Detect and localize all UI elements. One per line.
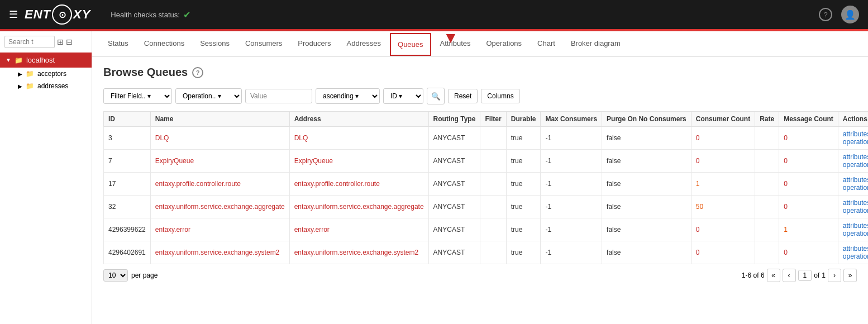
col-routing-type: Routing Type bbox=[428, 112, 480, 127]
operations-link[interactable]: operations bbox=[843, 252, 868, 260]
attributes-link[interactable]: attributes bbox=[843, 130, 868, 138]
operations-link[interactable]: operations bbox=[843, 184, 868, 192]
tab-operations[interactable]: Operations bbox=[480, 31, 529, 56]
queue-name-link[interactable]: entaxy.uniform.service.exchange.aggregat… bbox=[155, 203, 285, 211]
sidebar: ⊞ ⊟ ▼ 📁 localhost ▶ 📁 acceptors ▶ 📁 addr… bbox=[0, 31, 92, 324]
filter-operation-select[interactable]: Operation.. ▾ bbox=[175, 88, 242, 104]
health-check-icon: ✔ bbox=[183, 9, 190, 20]
tab-broker-diagram[interactable]: Broker diagram bbox=[564, 31, 627, 56]
localhost-arrow: ▼ bbox=[6, 57, 11, 63]
cell-purge: false bbox=[602, 173, 691, 196]
tab-status[interactable]: Status bbox=[101, 31, 135, 56]
queue-address-link[interactable]: DLQ bbox=[294, 134, 308, 142]
queue-name-link[interactable]: entaxy.error bbox=[155, 226, 190, 234]
attributes-link[interactable]: attributes bbox=[843, 199, 868, 207]
per-page-label: per page bbox=[131, 271, 158, 279]
search-input[interactable] bbox=[4, 36, 55, 48]
sidebar-item-label-addresses: addresses bbox=[37, 82, 68, 90]
cell-rate bbox=[755, 127, 779, 150]
attributes-link[interactable]: attributes bbox=[843, 153, 868, 161]
cell-rate bbox=[755, 173, 779, 196]
last-page-button[interactable]: » bbox=[843, 269, 857, 282]
tab-attributes[interactable]: Attributes bbox=[433, 31, 478, 56]
cell-message-count: 0 bbox=[779, 150, 838, 173]
table-row: 4296399622 entaxy.error entaxy.error ANY… bbox=[104, 218, 869, 241]
tab-consumers[interactable]: Consumers bbox=[239, 31, 289, 56]
tab-queues[interactable]: Queues bbox=[390, 33, 431, 56]
cell-purge: false bbox=[602, 241, 691, 264]
queue-address-link[interactable]: entaxy.profile.controller.route bbox=[294, 180, 380, 188]
help-icon[interactable]: ? bbox=[819, 8, 832, 21]
reset-button[interactable]: Reset bbox=[448, 89, 478, 103]
queue-address-link[interactable]: entaxy.uniform.service.exchange.system2 bbox=[294, 249, 419, 256]
col-rate: Rate bbox=[755, 112, 779, 127]
sort-col-select[interactable]: ID ▾ bbox=[383, 88, 423, 104]
cell-max-consumers: -1 bbox=[541, 218, 602, 241]
main-content: Status Connections Sessions Consumers Pr… bbox=[92, 31, 868, 324]
cell-actions: attributes operations bbox=[838, 127, 868, 150]
cell-purge: false bbox=[602, 127, 691, 150]
attributes-link[interactable]: attributes bbox=[843, 222, 868, 230]
columns-button[interactable]: Columns bbox=[481, 89, 519, 103]
tab-sessions[interactable]: Sessions bbox=[193, 31, 236, 56]
collapse-icon[interactable]: ⊟ bbox=[66, 37, 73, 46]
cell-filter bbox=[480, 218, 506, 241]
sidebar-item-acceptors[interactable]: ▶ 📁 acceptors bbox=[13, 68, 92, 80]
col-purge-on-no-consumers: Purge On No Consumers bbox=[602, 112, 691, 127]
queue-address-link[interactable]: entaxy.uniform.service.exchange.aggregat… bbox=[294, 203, 424, 211]
page-help-icon[interactable]: ? bbox=[192, 67, 203, 78]
table-row: 32 entaxy.uniform.service.exchange.aggre… bbox=[104, 196, 869, 218]
queue-address-link[interactable]: entaxy.error bbox=[294, 226, 330, 234]
pagination-left: 10 25 50 per page bbox=[103, 269, 158, 282]
col-address: Address bbox=[289, 112, 428, 127]
help-icon-text: ? bbox=[823, 11, 827, 19]
prev-page-button[interactable]: ‹ bbox=[783, 269, 796, 282]
col-consumer-count: Consumer Count bbox=[691, 112, 755, 127]
tab-connections[interactable]: Connections bbox=[137, 31, 191, 56]
queue-name-link[interactable]: ExpiryQueue bbox=[155, 157, 194, 165]
cell-routing-type: ANYCAST bbox=[428, 173, 480, 196]
tab-addresses[interactable]: Addresses bbox=[340, 31, 388, 56]
cell-routing-type: ANYCAST bbox=[428, 196, 480, 218]
filter-value-input[interactable] bbox=[245, 89, 312, 103]
operations-link[interactable]: operations bbox=[843, 138, 868, 146]
sidebar-item-localhost[interactable]: ▼ 📁 localhost bbox=[0, 53, 92, 68]
first-page-button[interactable]: « bbox=[767, 269, 780, 282]
operations-link[interactable]: operations bbox=[843, 161, 868, 169]
queue-name-link[interactable]: DLQ bbox=[155, 134, 169, 142]
cell-message-count: 0 bbox=[779, 173, 838, 196]
of-label: of bbox=[814, 271, 819, 279]
queue-name-link[interactable]: entaxy.uniform.service.exchange.system2 bbox=[155, 249, 280, 256]
cell-filter bbox=[480, 173, 506, 196]
cell-name: ExpiryQueue bbox=[150, 150, 289, 173]
operations-link[interactable]: operations bbox=[843, 207, 868, 215]
attributes-link[interactable]: attributes bbox=[843, 245, 868, 252]
cell-durable: true bbox=[506, 127, 541, 150]
sidebar-item-label-localhost: localhost bbox=[26, 56, 55, 64]
attributes-link[interactable]: attributes bbox=[843, 176, 868, 184]
sidebar-item-addresses[interactable]: ▶ 📁 addresses bbox=[13, 80, 92, 92]
cell-filter bbox=[480, 196, 506, 218]
cell-name: entaxy.uniform.service.exchange.aggregat… bbox=[150, 196, 289, 218]
cell-actions: attributes operations bbox=[838, 196, 868, 218]
sort-order-select[interactable]: ascending ▾ bbox=[316, 88, 380, 104]
queue-name-link[interactable]: entaxy.profile.controller.route bbox=[155, 180, 241, 188]
cell-actions: attributes operations bbox=[838, 218, 868, 241]
operations-link[interactable]: operations bbox=[843, 230, 868, 237]
tab-chart[interactable]: Chart bbox=[531, 31, 562, 56]
tab-producers[interactable]: Producers bbox=[291, 31, 337, 56]
page-content: Browse Queues ? Filter Field.. ▾ Operati… bbox=[92, 57, 868, 296]
cell-purge: false bbox=[602, 150, 691, 173]
next-page-button[interactable]: › bbox=[828, 269, 841, 282]
cell-consumer-count: 0 bbox=[691, 241, 755, 264]
expand-icon[interactable]: ⊞ bbox=[57, 37, 64, 46]
table-row: 3 DLQ DLQ ANYCAST true -1 false 0 0 attr… bbox=[104, 127, 869, 150]
addresses-folder-icon: 📁 bbox=[26, 82, 34, 90]
page-size-select[interactable]: 10 25 50 bbox=[103, 269, 128, 282]
filter-field-select[interactable]: Filter Field.. ▾ bbox=[103, 88, 172, 104]
nav-tabs: Status Connections Sessions Consumers Pr… bbox=[92, 31, 868, 57]
avatar[interactable]: 👤 bbox=[841, 6, 859, 23]
search-button[interactable]: 🔍 bbox=[427, 88, 445, 104]
queue-address-link[interactable]: ExpiryQueue bbox=[294, 157, 333, 165]
hamburger-menu[interactable]: ☰ bbox=[9, 8, 18, 21]
